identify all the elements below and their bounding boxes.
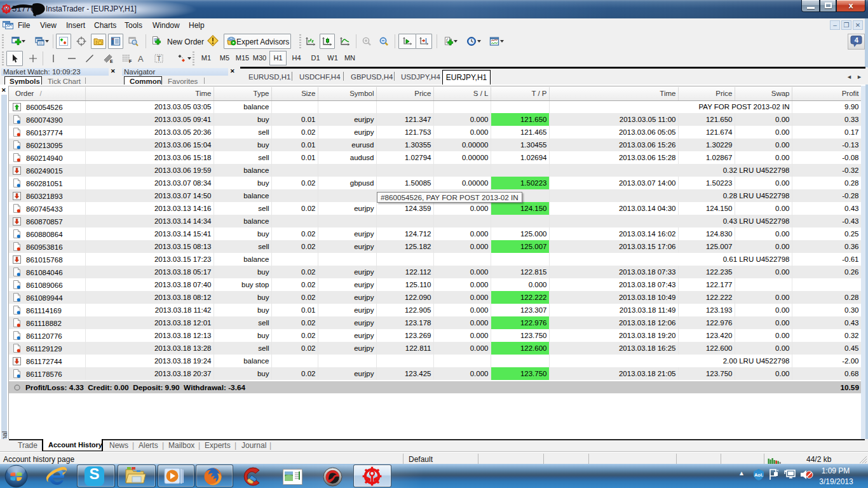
svg-text:4: 4 (855, 36, 859, 44)
svg-text:E: E (110, 59, 113, 64)
svg-text:T: T (157, 55, 161, 62)
svg-text:Aol.: Aol. (754, 472, 763, 478)
svg-text:A: A (138, 54, 144, 64)
svg-text:F: F (129, 59, 132, 64)
